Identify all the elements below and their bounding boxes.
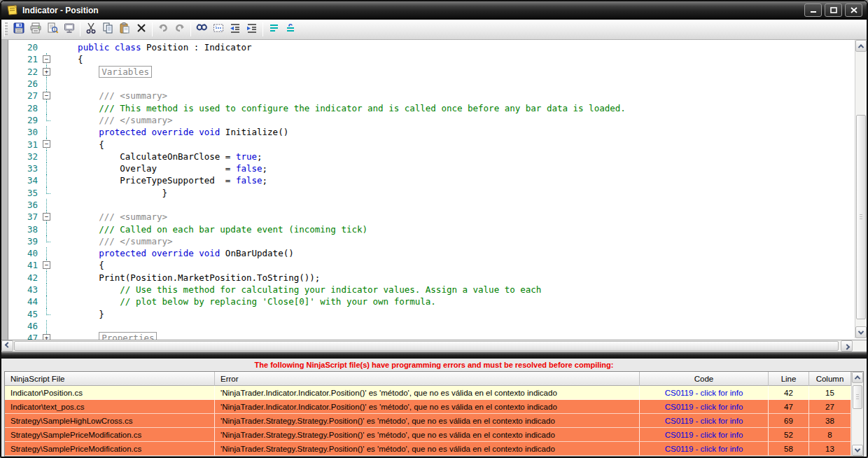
- code-line-29[interactable]: 29 /// </summary>: [9, 114, 854, 126]
- code-line-36[interactable]: 36: [9, 199, 854, 211]
- fold-margin: [41, 187, 52, 199]
- find-button[interactable]: [193, 21, 210, 38]
- error-code-link[interactable]: CS0119 - click for info: [665, 445, 743, 453]
- code-line-31[interactable]: 31− {: [9, 138, 854, 150]
- line-number: 42: [9, 272, 41, 283]
- collapse-marker[interactable]: −: [41, 211, 52, 223]
- code-line-30[interactable]: 30 protected override void Initialize(): [9, 126, 854, 138]
- comment-button[interactable]: [265, 21, 282, 38]
- collapse-marker[interactable]: −: [41, 90, 52, 102]
- uncomment-icon: [284, 22, 297, 37]
- error-table-row[interactable]: Indicator\text_pos.cs'NinjaTrader.Indica…: [5, 400, 863, 414]
- code-line-27[interactable]: 27− /// <summary>: [9, 90, 854, 102]
- error-table-row[interactable]: Strategy\SamplePriceModification.cs'Ninj…: [5, 442, 863, 456]
- error-code-link[interactable]: CS0119 - click for info: [665, 417, 743, 425]
- scroll-left-button[interactable]: [1, 340, 13, 352]
- error-file-cell: Strategy\SamplePriceModification.cs: [5, 442, 215, 456]
- save-button[interactable]: [10, 21, 27, 38]
- print-button[interactable]: [27, 21, 44, 38]
- error-scroll-down-button[interactable]: [852, 445, 863, 456]
- cut-button[interactable]: [83, 21, 99, 38]
- code-line-46[interactable]: 46: [9, 320, 854, 332]
- line-number: 27: [9, 90, 41, 101]
- collapse-marker[interactable]: −: [41, 259, 52, 271]
- collapse-marker[interactable]: −: [41, 138, 52, 150]
- indent-button[interactable]: [244, 21, 260, 38]
- code-line-45[interactable]: 45 }: [9, 308, 854, 320]
- code-line-33[interactable]: 33 Overlay = false;: [9, 162, 854, 174]
- line-number: 43: [9, 284, 41, 295]
- editor-horizontal-scrollbar[interactable]: [1, 340, 867, 352]
- code-line-41[interactable]: 41− {: [9, 259, 854, 271]
- editor-vscroll-thumb[interactable]: [856, 115, 866, 319]
- error-scroll-thumb[interactable]: [853, 385, 862, 409]
- code-line-39[interactable]: 39 /// </summary>: [9, 235, 854, 247]
- print-preview-button[interactable]: [44, 21, 61, 38]
- code-line-42[interactable]: 42 Print(Position.MarketPosition.ToStrin…: [9, 272, 854, 284]
- error-code-link[interactable]: CS0119 - click for info: [665, 403, 743, 411]
- breakpoint-margin[interactable]: [1, 40, 8, 340]
- code-line-35[interactable]: 35 }: [9, 187, 854, 199]
- code-line-20[interactable]: 20 public class Position : Indicator: [9, 41, 854, 53]
- compile-button[interactable]: [61, 21, 78, 38]
- error-code-link[interactable]: CS0119 - click for info: [665, 431, 743, 439]
- code-line-44[interactable]: 44 // plot below by replacing 'Close[0]'…: [9, 296, 854, 307]
- editor-hscroll-thumb[interactable]: [14, 341, 839, 351]
- delete-button[interactable]: [133, 21, 150, 38]
- cut-icon: [85, 22, 97, 37]
- scroll-down-button[interactable]: [855, 326, 867, 338]
- expand-marker[interactable]: +: [41, 66, 52, 78]
- scroll-right-button[interactable]: [841, 340, 853, 352]
- fold-margin: [41, 114, 52, 126]
- minimize-button[interactable]: [804, 4, 822, 17]
- error-table-row[interactable]: Strategy\SampleHighLowCross.cs'NinjaTrad…: [5, 414, 863, 428]
- code-line-38[interactable]: 38 /// Called on each bar update event (…: [9, 223, 854, 235]
- collapse-marker[interactable]: −: [41, 53, 52, 65]
- indent-icon: [246, 22, 258, 37]
- code-line-32[interactable]: 32 CalculateOnBarClose = true;: [9, 151, 854, 162]
- window-title: Indicator - Position: [22, 6, 802, 15]
- column-header-code[interactable]: Code: [640, 372, 769, 386]
- undo-button[interactable]: [155, 21, 172, 38]
- error-table-header[interactable]: NinjaScript File Error Code Line Column: [5, 372, 863, 386]
- error-scroll-up-button[interactable]: [852, 372, 863, 383]
- error-table-row[interactable]: Strategy\SamplePriceModification.cs'Ninj…: [5, 428, 863, 442]
- redo-button[interactable]: [172, 21, 188, 38]
- copy-button[interactable]: [99, 21, 116, 38]
- code-line-40[interactable]: 40 protected override void OnBarUpdate(): [9, 247, 854, 259]
- error-code-link[interactable]: CS0119 - click for info: [665, 389, 743, 397]
- paste-button[interactable]: [116, 21, 133, 38]
- expand-marker[interactable]: +: [41, 332, 52, 340]
- scroll-up-button[interactable]: [855, 40, 867, 52]
- code-line-21[interactable]: 21− {: [9, 53, 854, 65]
- code-text: }: [52, 309, 104, 319]
- code-line-43[interactable]: 43 // Use this method for calculating yo…: [9, 284, 854, 296]
- outdent-button[interactable]: [227, 21, 244, 38]
- replace-button[interactable]: [210, 21, 227, 38]
- uncomment-button[interactable]: [282, 21, 299, 38]
- code-line-34[interactable]: 34 PriceTypeSupported = false;: [9, 174, 854, 186]
- error-table-scrollbar[interactable]: [851, 372, 863, 456]
- panel-splitter[interactable]: [1, 352, 867, 359]
- code-line-37[interactable]: 37− /// <summary>: [9, 211, 854, 223]
- column-header-column[interactable]: Column: [809, 372, 851, 386]
- code-line-28[interactable]: 28 /// This method is used to configure …: [9, 102, 854, 113]
- column-header-file[interactable]: NinjaScript File: [5, 372, 215, 386]
- maximize-button[interactable]: [825, 4, 842, 17]
- fold-margin: [41, 272, 52, 284]
- code-editor[interactable]: 20 public class Position : Indicator21− …: [1, 40, 867, 340]
- column-header-line[interactable]: Line: [769, 372, 809, 386]
- error-description-cell: 'NinjaTrader.Indicator.Indicator.Positio…: [215, 400, 640, 414]
- error-column-cell: 13: [809, 442, 851, 456]
- code-line-26[interactable]: 26: [9, 78, 854, 90]
- editor-vertical-scrollbar[interactable]: [855, 40, 867, 338]
- line-number: 35: [9, 188, 41, 198]
- code-line-22[interactable]: 22+ Variables: [9, 66, 854, 78]
- close-button[interactable]: [845, 4, 862, 17]
- undo-icon: [157, 22, 169, 37]
- error-table-row[interactable]: Indicator\Position.cs'NinjaTrader.Indica…: [5, 386, 863, 400]
- column-header-error[interactable]: Error: [215, 372, 640, 386]
- toolbar-grip[interactable]: [4, 22, 8, 36]
- code-line-47[interactable]: 47+ Properties: [9, 332, 854, 340]
- code-text: Overlay = false;: [52, 163, 267, 174]
